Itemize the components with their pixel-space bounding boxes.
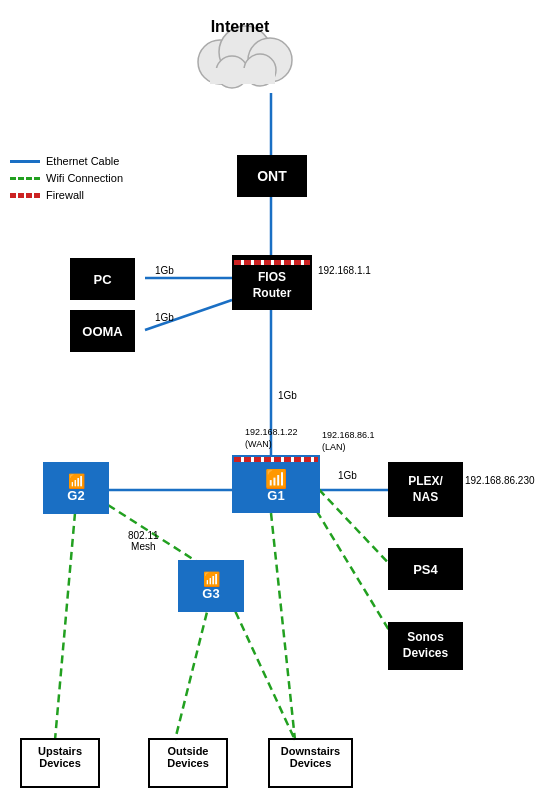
g1-node: 📶 G1 [232,455,320,513]
ooma-node: OOMA [70,310,135,352]
wifi-legend-line [10,177,40,180]
firewall-legend-line [10,193,40,198]
sonos-label: Sonos Devices [403,630,448,661]
g3-node: 📶 G3 [178,560,244,612]
wifi-legend-label: Wifi Connection [46,172,123,184]
plex-ip-label: 192.168.86.230 [465,475,535,486]
g1-wan-label: 192.168.1.22 (WAN) [245,427,298,450]
g2-node: 📶 G2 [43,462,109,514]
ps4-node: PS4 [388,548,463,590]
svg-line-9 [175,600,210,740]
pc-speed-label: 1Gb [155,265,174,276]
g2-label: G2 [67,488,84,503]
g1-speed-label: 1Gb [278,390,297,401]
downstairs-box [268,738,353,788]
legend: Ethernet Cable Wifi Connection Firewall [10,155,123,206]
plex-nas-label: PLEX/ NAS [408,474,443,505]
fios-ip-label: 192.168.1.1 [318,265,371,276]
plex-nas-node: PLEX/ NAS [388,462,463,517]
svg-line-7 [55,513,75,740]
svg-line-10 [230,600,295,740]
firewall-legend-label: Firewall [46,189,84,201]
g1-label: G1 [267,488,284,503]
svg-line-12 [310,480,395,570]
plex-speed-label: 1Gb [338,470,357,481]
network-diagram: Internet ONT FIOS Router PC OOMA 📶 G1 📶 … [0,0,543,800]
connections-svg [0,0,543,800]
g2-wifi-icon: 📶 [68,474,85,488]
svg-line-11 [271,513,295,740]
g1-wifi-icon: 📶 [265,470,287,488]
ethernet-legend-line [10,160,40,163]
sonos-devices-node: Sonos Devices [388,622,463,670]
fios-router-label: FIOS Router [253,270,292,301]
ooma-speed-label: 1Gb [155,312,174,323]
internet-label: Internet [185,18,295,36]
g3-wifi-icon: 📶 [203,572,220,586]
svg-line-13 [310,500,395,640]
svg-rect-19 [210,68,275,84]
upstairs-box [20,738,100,788]
ethernet-legend-label: Ethernet Cable [46,155,119,167]
pc-node: PC [70,258,135,300]
g3-label: G3 [202,586,219,601]
ont-node: ONT [237,155,307,197]
legend-ethernet: Ethernet Cable [10,155,123,167]
fios-router-node: FIOS Router [232,255,312,310]
outside-box [148,738,228,788]
legend-wifi: Wifi Connection [10,172,123,184]
legend-firewall: Firewall [10,189,123,201]
g1-lan-label: 192.168.86.1 (LAN) [322,430,375,453]
mesh-label: 802.11 Mesh [128,530,159,552]
